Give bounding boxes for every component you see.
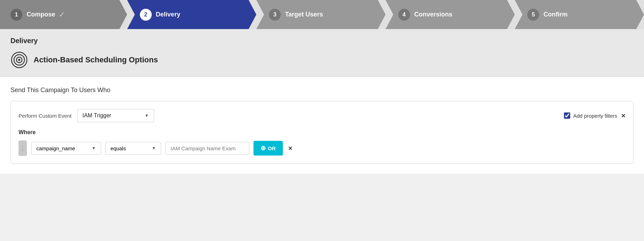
step-number-5: 5 <box>527 9 539 21</box>
or-button-label: OR <box>268 145 276 151</box>
property-select[interactable]: campaign_name ▼ <box>31 142 101 155</box>
step-conversions[interactable]: 4 Conversions <box>386 0 515 29</box>
operator-select[interactable]: equals ▼ <box>105 142 161 155</box>
perform-row: Perform Custom Event IAM Trigger ▼ Add p… <box>19 109 625 122</box>
step-compose[interactable]: 1 Compose ✓ <box>0 0 127 29</box>
where-label: Where <box>19 129 625 136</box>
action-based-icon <box>10 51 28 69</box>
svg-point-3 <box>18 59 20 61</box>
perform-label: Perform Custom Event <box>19 113 72 119</box>
action-based-label: Action-Based Scheduling Options <box>34 55 158 64</box>
trigger-select-text: IAM Trigger <box>83 112 112 119</box>
where-row-close-button[interactable]: × <box>288 144 293 152</box>
add-property-label: Add property filters <box>573 113 617 119</box>
step-number-2: 2 <box>140 9 152 21</box>
step-label-target-users: Target Users <box>285 11 323 18</box>
checkmark-icon: ✓ <box>59 10 65 19</box>
where-row: ⋮ campaign_name ▼ equals ▼ ⊕ OR <box>19 140 625 156</box>
perform-row-close-button[interactable]: × <box>621 112 625 120</box>
step-label-confirm: Confirm <box>543 11 567 18</box>
action-based-row: Action-Based Scheduling Options <box>10 51 634 69</box>
campaign-section: Send This Campaign To Users Who Perform … <box>0 77 644 174</box>
property-dropdown-icon: ▼ <box>92 146 96 151</box>
add-property-checkbox[interactable] <box>564 112 570 119</box>
or-button[interactable]: ⊕ OR <box>253 141 283 156</box>
step-confirm[interactable]: 5 Confirm <box>515 0 644 29</box>
value-input[interactable] <box>165 142 249 155</box>
step-number-4: 4 <box>398 9 410 21</box>
step-label-delivery: Delivery <box>156 11 180 18</box>
delivery-title: Delivery <box>10 37 634 45</box>
step-target-users[interactable]: 3 Target Users <box>256 0 386 29</box>
operator-select-text: equals <box>110 145 126 151</box>
step-label-conversions: Conversions <box>414 11 452 18</box>
or-plus-icon: ⊕ <box>260 144 266 152</box>
operator-dropdown-icon: ▼ <box>152 146 156 151</box>
trigger-dropdown-icon: ▼ <box>145 113 149 118</box>
drag-dots-icon: ⋮ <box>20 144 26 152</box>
step-label-compose: Compose <box>27 11 55 18</box>
delivery-header: Delivery Action-Based Scheduling Options <box>0 29 644 77</box>
perform-row-right: Add property filters × <box>564 112 625 120</box>
step-number-1: 1 <box>10 9 22 21</box>
property-select-text: campaign_name <box>36 145 75 151</box>
stepper: 1 Compose ✓ 2 Delivery 3 Target Users 4 … <box>0 0 644 29</box>
send-campaign-title: Send This Campaign To Users Who <box>10 87 634 94</box>
main-content: Delivery Action-Based Scheduling Options… <box>0 29 644 174</box>
trigger-select[interactable]: IAM Trigger ▼ <box>77 109 154 122</box>
drag-handle[interactable]: ⋮ <box>19 140 27 156</box>
filter-box: Perform Custom Event IAM Trigger ▼ Add p… <box>10 101 634 164</box>
step-number-3: 3 <box>269 9 281 21</box>
step-delivery[interactable]: 2 Delivery <box>127 0 257 29</box>
